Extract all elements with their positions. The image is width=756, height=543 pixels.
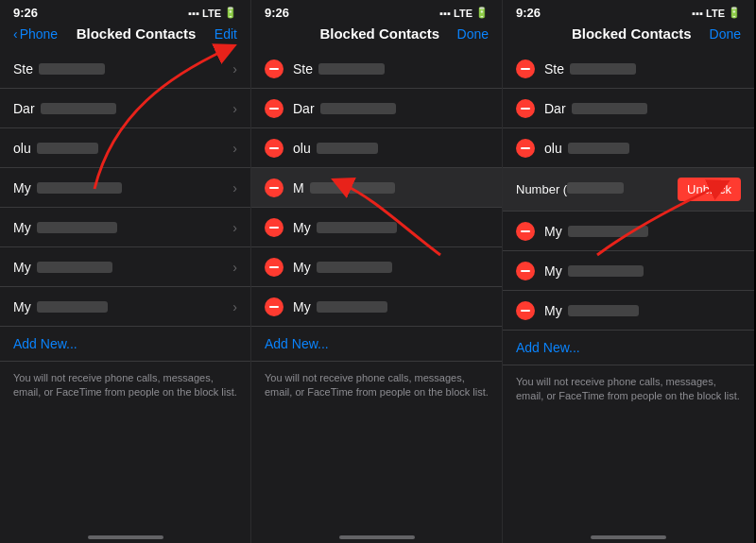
minus-icon[interactable] [265,59,284,78]
chevron-icon: › [232,220,237,235]
home-indicator-2 [251,528,502,543]
contact-row[interactable]: My [503,291,754,331]
status-icons-3: ▪▪▪ LTE 🔋 [692,7,741,19]
contact-name: Ste [293,61,489,76]
contact-row[interactable]: Dar [503,89,754,128]
screen-1: 9:26 ▪▪▪ LTE 🔋 ‹ Phone Blocked Contacts … [0,0,251,543]
contact-row[interactable]: My [251,287,502,327]
screen-2: 9:26 ▪▪▪ LTE 🔋 Blocked Contacts Done Ste… [251,0,503,543]
number-label: Number ( [516,182,678,196]
contact-name: My [544,224,741,239]
contact-row[interactable]: Ste [503,49,754,89]
home-bar-1 [88,535,163,539]
back-button-1[interactable]: ‹ Phone [13,26,58,42]
contact-name: My [293,220,489,235]
contact-name: My [13,260,232,275]
minus-icon[interactable] [265,139,284,158]
contact-row[interactable]: My › [0,208,250,247]
contact-row[interactable]: My [503,212,754,251]
contact-row[interactable]: My › [0,168,250,208]
contact-name: My [544,303,741,318]
contact-row[interactable]: Ste › [0,49,250,89]
battery-icon: 🔋 [224,7,237,19]
contact-row[interactable]: Ste [251,49,502,89]
minus-icon[interactable] [265,99,284,118]
minus-icon[interactable] [516,99,535,118]
contact-name: My [13,180,232,195]
contacts-list-3: Ste Dar olu Number ( Unblock My My My [503,49,754,528]
contact-name: My [13,299,232,314]
contact-row[interactable]: My [251,247,502,287]
edit-button[interactable]: Edit [215,26,237,42]
minus-icon[interactable] [265,218,284,237]
contact-name: My [293,299,489,314]
nav-title-2: Blocked Contacts [319,25,439,42]
contacts-list-2: Ste Dar olu M My My My Add New... You wi… [251,49,502,528]
minus-icon[interactable] [516,301,535,320]
lte-icon: LTE [454,8,472,19]
time-3: 9:26 [516,6,541,20]
contact-name: olu [544,141,741,156]
minus-icon[interactable] [265,178,284,197]
chevron-icon: › [232,260,237,275]
lte-icon: LTE [706,8,725,19]
minus-icon[interactable] [516,222,535,241]
status-bar-1: 9:26 ▪▪▪ LTE 🔋 [0,0,250,22]
home-indicator-1 [0,528,250,543]
minus-icon[interactable] [265,258,284,277]
contact-name: olu [13,141,232,156]
contact-row[interactable]: Dar › [0,89,250,128]
chevron-icon: › [232,101,237,116]
contact-name: Ste [13,61,232,76]
home-bar-3 [591,535,666,539]
contact-row[interactable]: My › [0,287,250,327]
status-bar-2: 9:26 ▪▪▪ LTE 🔋 [251,0,502,22]
contact-row[interactable]: My › [0,247,250,287]
contact-row[interactable]: olu › [0,128,250,168]
minus-icon[interactable] [265,297,284,316]
lte-icon: LTE [202,8,221,19]
number-row[interactable]: Number ( Unblock [503,168,754,212]
contact-name: Dar [293,101,489,116]
status-icons-1: ▪▪▪ LTE 🔋 [188,7,237,19]
contact-row[interactable]: olu [503,128,754,168]
chevron-icon: › [232,61,237,76]
contact-name: olu [293,141,489,156]
footer-text-1: You will not receive phone calls, messag… [0,362,250,410]
contact-row[interactable]: My [251,208,502,247]
contact-row[interactable]: My [503,251,754,291]
contact-row[interactable]: M [251,168,502,208]
contacts-list-1: Ste › Dar › olu › My › My › My › My › Ad… [0,49,250,528]
add-new-2[interactable]: Add New... [251,327,502,362]
home-indicator-3 [503,528,754,543]
minus-icon[interactable] [516,262,535,280]
nav-title-3: Blocked Contacts [572,25,692,42]
nav-bar-2: Blocked Contacts Done [251,22,502,49]
add-new-3[interactable]: Add New... [503,331,754,365]
contact-name: My [293,260,489,275]
done-button-2[interactable]: Done [457,26,489,42]
contact-name: Dar [544,101,741,116]
back-label-1: Phone [20,26,58,42]
chevron-icon: › [232,180,237,195]
contact-name: Dar [13,101,232,116]
minus-icon[interactable] [516,139,535,158]
contact-row[interactable]: olu [251,128,502,168]
status-icons-2: ▪▪▪ LTE 🔋 [439,7,489,19]
add-new-1[interactable]: Add New... [0,327,250,362]
contact-name: M [293,180,489,195]
screen-3: 9:26 ▪▪▪ LTE 🔋 Blocked Contacts Done Ste… [503,0,754,543]
footer-text-3: You will not receive phone calls, messag… [503,365,754,414]
done-button-3[interactable]: Done [710,26,741,42]
nav-bar-1: ‹ Phone Blocked Contacts Edit [0,22,250,49]
nav-title-1: Blocked Contacts [77,25,197,42]
minus-icon[interactable] [516,59,535,78]
unblock-button[interactable]: Unblock [678,178,741,201]
status-bar-3: 9:26 ▪▪▪ LTE 🔋 [503,0,754,22]
footer-text-2: You will not receive phone calls, messag… [251,362,502,410]
contact-name: Ste [544,61,741,76]
contact-name: My [544,263,741,279]
signal-icon: ▪▪▪ [188,8,199,19]
contact-row[interactable]: Dar [251,89,502,128]
contact-name: My [13,220,232,235]
